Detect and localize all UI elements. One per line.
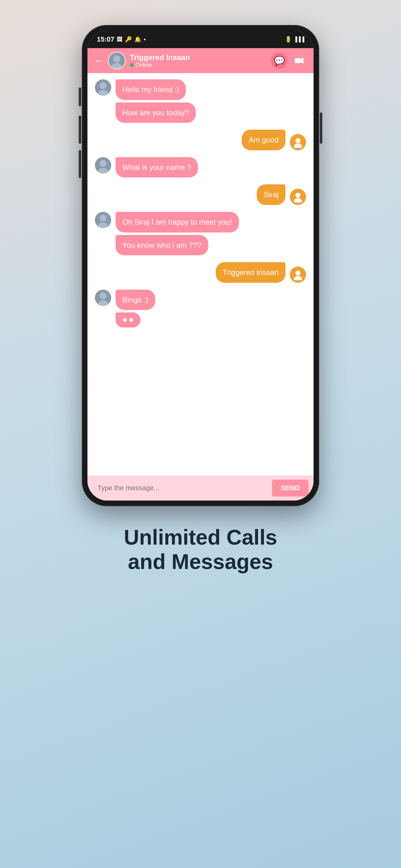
svg-point-15 [294,198,302,203]
bubble-1b: How are you today? [115,102,196,123]
svg-point-17 [100,215,106,221]
volume-up-button [79,116,81,144]
bubble-5b: You know who i am ??? [115,235,208,256]
bubbles-6: Triggered insaan [216,262,286,283]
chat-header: ← Triggered Insaan Online 💬 [88,48,313,73]
battery-icon: 🔋 [285,36,292,43]
bell-icon: 🔔 [134,36,141,43]
back-button[interactable]: ← [94,55,104,67]
contact-info: Triggered Insaan Online [130,53,267,68]
message-group-7: Bingo :) [95,290,306,328]
emoji-chat-button[interactable]: 💬 [271,53,287,69]
sender-avatar-5 [95,212,111,228]
status-text: Online [136,62,152,68]
svg-point-10 [294,144,302,148]
svg-point-14 [295,193,300,198]
person-icon [292,269,304,280]
tagline-line1: Unlimited Calls [124,525,277,549]
svg-point-19 [295,271,300,276]
dot-icon: • [144,36,145,43]
my-avatar-4 [290,189,306,205]
input-area: SEND [88,475,313,501]
svg-point-7 [100,82,106,89]
typing-dot-1 [123,318,127,322]
bubble-2a: Am good [242,130,286,150]
my-avatar-2 [290,134,306,150]
typing-indicator [115,312,140,328]
status-time: 15:07 [97,35,114,43]
status-right: 🔋 ▐▐▐ [285,36,304,43]
bubble-1a: Hello my friend :) [115,80,186,100]
power-button [320,113,322,144]
message-group-1: Hello my friend :) How are you today? [95,80,306,123]
contact-avatar [108,52,126,69]
bubbles-2: Am good [242,130,286,150]
tagline-line2: and Messages [128,550,273,574]
contact-status: Online [130,62,267,68]
sender-avatar-1 [95,80,111,96]
bubbles-5: Oh Siraj I am happy to meet you! You kno… [115,212,239,255]
emoji-chat-icon: 💬 [274,56,285,66]
bubble-7a: Bingo :) [115,290,155,310]
bubbles-4: Siraj [257,184,286,205]
bubble-5a: Oh Siraj I am happy to meet you! [115,212,239,232]
photo-icon: 🖼 [117,36,123,43]
message-group-5: Oh Siraj I am happy to meet you! You kno… [95,212,306,255]
status-left: 15:07 🖼 🔑 🔔 • [97,35,146,43]
online-indicator [130,63,134,67]
my-avatar-6 [290,267,306,283]
svg-rect-4 [295,58,300,63]
bubble-6a: Triggered insaan [216,262,286,283]
mute-button [79,88,81,106]
svg-point-12 [100,160,106,167]
contact-name: Triggered Insaan [130,53,267,62]
bubbles-3: What is your name ? [115,157,198,178]
video-call-button[interactable] [291,53,307,69]
person-icon [292,191,304,203]
video-icon [294,55,305,66]
bubbles-1: Hello my friend :) How are you today? [115,80,196,123]
svg-point-9 [295,138,300,143]
phone-shell: 15:07 🖼 🔑 🔔 • 🔋 ▐▐▐ ← Tri [82,25,319,506]
tagline: Unlimited Calls and Messages [99,525,302,574]
camera-notch [172,31,229,42]
message-group-4: Siraj [95,184,306,205]
sender-avatar-7 [95,290,111,306]
volume-down-button [79,150,81,178]
svg-point-20 [294,276,302,280]
send-button[interactable]: SEND [272,479,308,496]
bubble-4a: Siraj [257,184,286,205]
header-actions: 💬 [271,53,307,69]
typing-dot-2 [129,318,133,322]
sender-avatar-3 [95,157,111,174]
messages-area: Hello my friend :) How are you today? Am… [88,73,313,475]
bubble-3a: What is your name ? [115,157,198,178]
person-icon [292,136,304,148]
message-input[interactable] [93,484,272,492]
message-group-3: What is your name ? [95,157,306,178]
phone-screen: 15:07 🖼 🔑 🔔 • 🔋 ▐▐▐ ← Tri [88,31,313,501]
message-group-6: Triggered insaan [95,262,306,283]
svg-point-1 [113,55,120,62]
svg-point-22 [100,292,106,299]
key-icon: 🔑 [125,36,132,43]
signal-icon: ▐▐▐ [294,36,304,42]
bubbles-7: Bingo :) [115,290,155,328]
message-group-2: Am good [95,130,306,150]
